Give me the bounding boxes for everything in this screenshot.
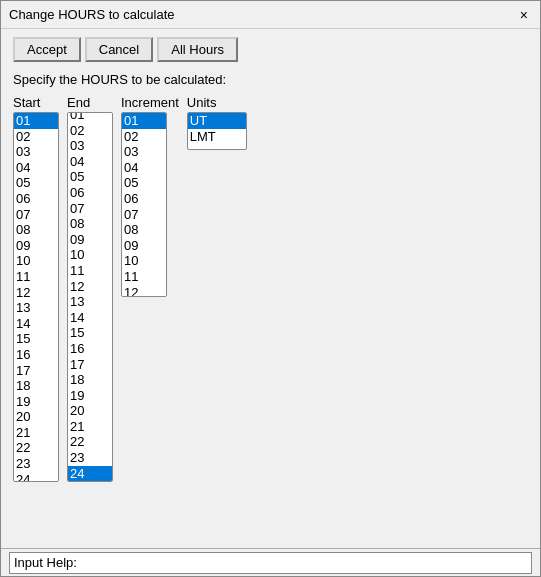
units-label: Units (187, 95, 247, 110)
increment-col: Increment 010203040506070809101112 (121, 95, 179, 540)
close-button[interactable]: × (516, 7, 532, 23)
end-label: End (67, 95, 113, 110)
units-list[interactable]: UTLMT (187, 112, 247, 150)
increment-list[interactable]: 010203040506070809101112 (121, 112, 167, 297)
instruction-text: Specify the HOURS to be calculated: (13, 72, 528, 87)
main-window: Change HOURS to calculate × Accept Cance… (0, 0, 541, 577)
status-bar-inner: Input Help: (9, 552, 532, 574)
window-title: Change HOURS to calculate (9, 7, 174, 22)
units-col: Units UTLMT (187, 95, 247, 540)
title-bar: Change HOURS to calculate × (1, 1, 540, 29)
status-bar: Input Help: (1, 548, 540, 576)
all-hours-button[interactable]: All Hours (157, 37, 238, 62)
dialog-content: Accept Cancel All Hours Specify the HOUR… (1, 29, 540, 548)
cancel-button[interactable]: Cancel (85, 37, 153, 62)
end-col: End 010203040506070809101112131415161718… (67, 95, 113, 540)
start-col: Start 0102030405060708091011121314151617… (13, 95, 59, 540)
increment-label: Increment (121, 95, 179, 110)
end-list[interactable]: 0102030405060708091011121314151617181920… (67, 112, 113, 482)
status-label: Input Help: (14, 555, 77, 570)
toolbar: Accept Cancel All Hours (13, 37, 528, 62)
start-list[interactable]: 0102030405060708091011121314151617181920… (13, 112, 59, 482)
accept-button[interactable]: Accept (13, 37, 81, 62)
lists-container: Start 0102030405060708091011121314151617… (13, 95, 528, 540)
start-label: Start (13, 95, 59, 110)
